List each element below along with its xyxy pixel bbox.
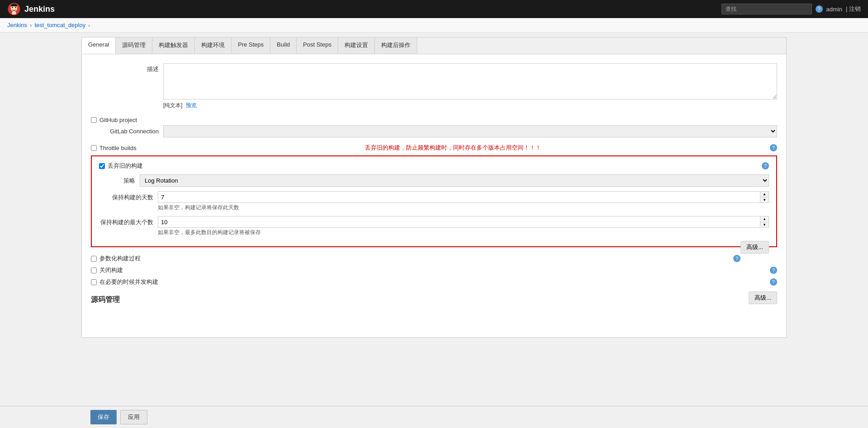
max-up-btn[interactable]: ▲: [760, 216, 769, 222]
discard-checkbox-row: 丢弃旧的构建 ?: [99, 162, 769, 170]
desc-row: 描述 [纯文本] 预览: [91, 63, 777, 109]
days-spinner: ▲ ▼: [760, 192, 769, 202]
throttle-builds-row: Throttle builds 丢弃旧的构建，防止频繁构建时，同时存在多个版本占…: [91, 142, 777, 154]
tab-build[interactable]: Build: [270, 38, 297, 54]
throttle-help-icon[interactable]: ?: [770, 144, 777, 151]
app-title: Jenkins: [24, 5, 55, 14]
breadcrumb-jenkins[interactable]: Jenkins: [7, 22, 27, 28]
source-title: 源码管理: [91, 295, 777, 305]
disable-build-row: 关闭构建 ?: [91, 264, 777, 276]
breadcrumb-sep-1: ›: [30, 22, 32, 28]
advanced-button-1[interactable]: 高级...: [741, 241, 769, 254]
svg-point-2: [12, 7, 13, 8]
tab-build-env[interactable]: 构建环境: [195, 38, 231, 54]
tab-general[interactable]: General: [82, 38, 116, 54]
gitlab-connection-row: GitLab Connection: [91, 125, 777, 137]
form-panel: 描述 [纯文本] 预览 GitHub project GitLab Connec…: [81, 54, 787, 338]
tab-source[interactable]: 源码管理: [116, 38, 152, 54]
svg-point-3: [15, 7, 16, 8]
user-label: admin: [826, 6, 842, 13]
text-plain: [纯文本]: [163, 102, 183, 108]
preview-link[interactable]: 预览: [186, 102, 197, 108]
header: Jenkins ? admin | 注销: [0, 0, 868, 18]
main-content: General 源码管理 构建触发器 构建环境 Pre Steps Build …: [0, 33, 868, 342]
desc-content: [纯文本] 预览: [163, 63, 777, 109]
breadcrumb: Jenkins › test_tomcat_deploy ›: [0, 18, 868, 33]
jenkins-logo-icon: [7, 2, 21, 16]
max-content: 10 ▲ ▼ 如果非空，最多此数目的构建记录将被保存: [158, 216, 769, 236]
github-project-row: GitHub project: [91, 115, 777, 125]
gitlab-connection-label: GitLab Connection: [91, 128, 159, 135]
max-down-btn[interactable]: ▼: [760, 222, 769, 227]
discard-old-builds-checkbox[interactable]: [99, 163, 105, 169]
breadcrumb-arrow: ›: [88, 23, 90, 28]
max-spinner: ▲ ▼: [760, 216, 769, 227]
header-left: Jenkins: [7, 2, 55, 16]
desc-label: 描述: [91, 63, 159, 73]
days-label: 保持构建的天数: [99, 191, 153, 202]
tabs-bar: General 源码管理 构建触发器 构建环境 Pre Steps Build …: [81, 37, 787, 54]
max-row: 保持构建的最大个数 10 ▲ ▼ 如果非空，最多此数目的构建记录将被保存: [99, 216, 769, 236]
throttle-builds-label[interactable]: Throttle builds: [99, 145, 137, 151]
discard-help-icon[interactable]: ?: [762, 162, 769, 169]
advanced-button-2[interactable]: 高级...: [749, 292, 777, 304]
max-label: 保持构建的最大个数: [99, 216, 153, 226]
parameterize-help-icon[interactable]: ?: [733, 255, 741, 262]
discard-old-builds-label[interactable]: 丢弃旧的构建: [108, 162, 143, 170]
github-project-checkbox[interactable]: [91, 117, 97, 123]
concurrent-help-icon[interactable]: ?: [770, 278, 777, 286]
tab-build-trigger[interactable]: 构建触发器: [152, 38, 195, 54]
text-links: [纯文本] 预览: [163, 102, 777, 109]
disable-build-label[interactable]: 关闭构建: [99, 266, 123, 274]
days-up-btn[interactable]: ▲: [760, 192, 769, 197]
header-right: ? admin | 注销: [722, 4, 861, 14]
max-hint: 如果非空，最多此数目的构建记录将被保存: [158, 229, 769, 236]
strategy-select[interactable]: Log Rotation: [140, 174, 769, 187]
days-down-btn[interactable]: ▼: [760, 197, 769, 202]
days-input[interactable]: 7: [158, 192, 760, 202]
gitlab-connection-select[interactable]: [163, 125, 777, 137]
disable-build-checkbox[interactable]: [91, 268, 97, 273]
search-input[interactable]: [722, 4, 812, 14]
github-project-label[interactable]: GitHub project: [99, 117, 137, 123]
strategy-row: 策略 Log Rotation: [99, 174, 769, 187]
help-icon[interactable]: ?: [816, 5, 823, 13]
concurrent-label[interactable]: 在必要的时候并发构建: [99, 278, 158, 286]
tab-post-build[interactable]: 构建后操作: [375, 38, 417, 54]
discard-section: 丢弃旧的构建 ? 策略 Log Rotation 保持构建的天数 7 ▲: [91, 155, 777, 247]
days-hint: 如果非空，构建记录将保存此天数: [158, 204, 769, 212]
max-input-wrap: 10 ▲ ▼: [158, 216, 769, 228]
parameterize-row: 参数化构建过程 ?: [91, 253, 741, 264]
logout-link[interactable]: | 注销: [846, 5, 861, 13]
throttle-builds-checkbox[interactable]: [91, 145, 97, 151]
tab-build-settings[interactable]: 构建设置: [338, 38, 375, 54]
svg-rect-4: [12, 12, 16, 14]
desc-textarea[interactable]: [163, 63, 777, 99]
tab-pre-steps[interactable]: Pre Steps: [231, 38, 270, 54]
source-placeholder: [91, 310, 777, 328]
days-content: 7 ▲ ▼ 如果非空，构建记录将保存此天数: [158, 191, 769, 212]
days-row: 保持构建的天数 7 ▲ ▼ 如果非空，构建记录将保存此天数: [99, 191, 769, 212]
days-input-wrap: 7 ▲ ▼: [158, 191, 769, 203]
discard-hint-text: 丢弃旧的构建，防止频繁构建时，同时存在多个版本占用空间！！！: [139, 144, 767, 152]
concurrent-checkbox[interactable]: [91, 279, 97, 285]
concurrent-row: 在必要的时候并发构建 ?: [91, 276, 777, 288]
breadcrumb-project[interactable]: test_tomcat_deploy: [34, 22, 85, 28]
parameterize-checkbox[interactable]: [91, 256, 97, 262]
strategy-label: 策略: [99, 177, 135, 185]
max-input[interactable]: 10: [158, 217, 760, 227]
tab-post-steps[interactable]: Post Steps: [297, 38, 338, 54]
parameterize-label[interactable]: 参数化构建过程: [99, 254, 141, 263]
disable-help-icon[interactable]: ?: [770, 267, 777, 274]
